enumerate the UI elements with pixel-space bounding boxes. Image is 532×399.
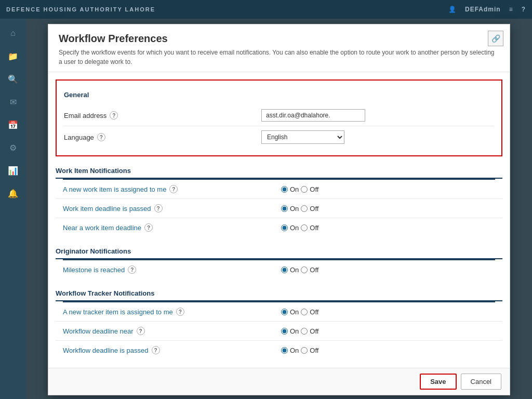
- milestone-off-radio[interactable]: [301, 267, 308, 273]
- general-heading: General: [64, 86, 494, 102]
- modal-overlay: Workflow Preferences Specify the workflo…: [26, 19, 532, 399]
- deadline-passed-on-radio[interactable]: [281, 205, 288, 212]
- sidebar-search-icon[interactable]: 🔍: [4, 70, 22, 88]
- dialog-body[interactable]: General Email address ? Language ?: [48, 72, 510, 368]
- workflow-preferences-dialog: Workflow Preferences Specify the workflo…: [48, 24, 510, 395]
- radio-group-deadline-passed: On Off: [281, 205, 318, 212]
- bottom-spacer: [48, 360, 510, 368]
- email-control: [261, 109, 494, 122]
- near-deadline-off-label: Off: [310, 224, 318, 232]
- language-help-icon[interactable]: ?: [97, 133, 105, 141]
- near-deadline-on-radio[interactable]: [281, 224, 288, 231]
- sidebar-settings-icon[interactable]: ⚙: [4, 138, 22, 157]
- app-title: DEFENCE HOUSING AUTHORITY LAHORE: [6, 6, 448, 12]
- cancel-button[interactable]: Cancel: [461, 374, 501, 390]
- help-icon[interactable]: ?: [522, 6, 526, 13]
- milestone-on-label: On: [290, 266, 299, 274]
- workflow-deadline-passed-on-radio[interactable]: [281, 347, 288, 354]
- email-input[interactable]: [261, 109, 365, 122]
- notif-controls-workflow-deadline-passed: On Off: [281, 347, 318, 354]
- notif-assigned-help-icon[interactable]: ?: [169, 185, 178, 193]
- notif-row-assigned: A new work item is assigned to me ? On O…: [56, 180, 502, 199]
- radio-group-workflow-deadline-near: On Off: [281, 327, 318, 335]
- sidebar-calendar-icon[interactable]: 📅: [4, 115, 22, 134]
- assigned-on-radio[interactable]: [281, 186, 288, 193]
- sidebar-folder-icon[interactable]: 📁: [4, 47, 22, 65]
- left-sidebar: ⌂ 📁 🔍 ✉ 📅 ⚙ 📊 🔔: [0, 19, 26, 399]
- email-row: Email address ?: [64, 105, 494, 126]
- notif-milestone-help-icon[interactable]: ?: [128, 265, 136, 274]
- tracker-assigned-off-radio[interactable]: [301, 309, 308, 315]
- tracker-heading: Workflow Tracker Notifications: [56, 284, 502, 301]
- dialog-description: Specify the workflow events for which yo…: [59, 48, 499, 66]
- notif-label-tracker-assigned: A new tracker item is assigned to me ?: [63, 308, 281, 316]
- external-link-button[interactable]: 🔗: [488, 31, 503, 46]
- email-help-icon[interactable]: ?: [110, 111, 118, 119]
- notif-controls-tracker-assigned: On Off: [281, 308, 318, 316]
- app-header: DEFENCE HOUSING AUTHORITY LAHORE 👤 DEFAd…: [0, 0, 532, 19]
- menu-icon[interactable]: ≡: [509, 6, 513, 13]
- radio-group-workflow-deadline-passed: On Off: [281, 347, 318, 354]
- general-section: General Email address ? Language ?: [56, 79, 502, 156]
- deadline-passed-off-radio[interactable]: [301, 205, 308, 212]
- tracker-assigned-off-label: Off: [310, 308, 318, 316]
- workflow-deadline-passed-off-label: Off: [310, 347, 318, 354]
- notif-tracker-assigned-help-icon[interactable]: ?: [176, 308, 184, 316]
- notif-row-near-deadline: Near a work item deadline ? On Off: [56, 218, 502, 237]
- notif-label-milestone: Milestone is reached ?: [63, 265, 281, 274]
- milestone-off-label: Off: [310, 266, 318, 274]
- radio-group-tracker-assigned: On Off: [281, 308, 318, 316]
- workflow-deadline-passed-on-label: On: [290, 347, 299, 354]
- workflow-deadline-near-on-label: On: [290, 327, 299, 335]
- user-label: DEFAdmin: [465, 6, 501, 13]
- language-select[interactable]: English Arabic French German: [261, 130, 344, 144]
- external-link-icon: 🔗: [491, 34, 500, 43]
- sidebar-mail-icon[interactable]: ✉: [4, 92, 22, 111]
- dialog-header: Workflow Preferences Specify the workflo…: [48, 24, 510, 72]
- user-icon[interactable]: 👤: [448, 6, 457, 13]
- notif-label-assigned: A new work item is assigned to me ?: [63, 185, 281, 193]
- near-deadline-on-label: On: [290, 224, 299, 232]
- originator-heading: Originator Notifications: [56, 242, 502, 259]
- notif-controls-milestone: On Off: [281, 266, 318, 274]
- notif-near-deadline-help-icon[interactable]: ?: [144, 223, 153, 232]
- workflow-deadline-near-off-label: Off: [310, 327, 318, 335]
- sidebar-bell-icon[interactable]: 🔔: [4, 184, 22, 203]
- assigned-on-label: On: [290, 185, 299, 193]
- notif-controls-workflow-deadline-near: On Off: [281, 327, 318, 335]
- notif-workflow-deadline-near-help-icon[interactable]: ?: [137, 327, 145, 335]
- near-deadline-off-radio[interactable]: [301, 224, 308, 231]
- deadline-passed-off-label: Off: [310, 205, 318, 212]
- milestone-on-radio[interactable]: [281, 267, 288, 273]
- workflow-deadline-passed-off-radio[interactable]: [301, 347, 308, 354]
- notif-row-deadline-passed: Work item deadline is passed ? On Off: [56, 199, 502, 218]
- tracker-assigned-on-radio[interactable]: [281, 309, 288, 315]
- notif-row-workflow-deadline-near: Workflow deadline near ? On Off: [56, 322, 502, 341]
- assigned-off-label: Off: [310, 185, 318, 193]
- email-label: Email address ?: [64, 111, 261, 119]
- notif-label-workflow-deadline-near: Workflow deadline near ?: [63, 327, 281, 335]
- language-control: English Arabic French German: [261, 130, 494, 144]
- tracker-section: Workflow Tracker Notifications A new tra…: [56, 279, 502, 360]
- notif-label-workflow-deadline-passed: Workflow deadline is passed ?: [63, 346, 281, 354]
- radio-group-assigned: On Off: [281, 185, 318, 193]
- work-item-section: Work Item Notifications A new work item …: [56, 156, 502, 237]
- assigned-off-radio[interactable]: [301, 186, 308, 193]
- dialog-footer: Save Cancel: [48, 368, 510, 395]
- notif-controls-assigned: On Off: [281, 185, 318, 193]
- radio-group-milestone: On Off: [281, 266, 318, 274]
- deadline-passed-on-label: On: [290, 205, 299, 212]
- radio-group-near-deadline: On Off: [281, 224, 318, 232]
- language-label: Language ?: [64, 133, 261, 141]
- workflow-deadline-near-off-radio[interactable]: [301, 328, 308, 335]
- header-right: 👤 DEFAdmin ≡ ?: [448, 6, 526, 13]
- notif-controls-deadline-passed: On Off: [281, 205, 318, 212]
- notif-label-deadline-passed: Work item deadline is passed ?: [63, 204, 281, 212]
- notif-deadline-help-icon[interactable]: ?: [154, 204, 163, 212]
- save-button[interactable]: Save: [420, 374, 456, 390]
- notif-workflow-deadline-passed-help-icon[interactable]: ?: [152, 346, 160, 354]
- sidebar-home-icon[interactable]: ⌂: [4, 24, 22, 43]
- sidebar-chart-icon[interactable]: 📊: [4, 161, 22, 180]
- dialog-title: Workflow Preferences: [59, 33, 499, 45]
- workflow-deadline-near-on-radio[interactable]: [281, 328, 288, 335]
